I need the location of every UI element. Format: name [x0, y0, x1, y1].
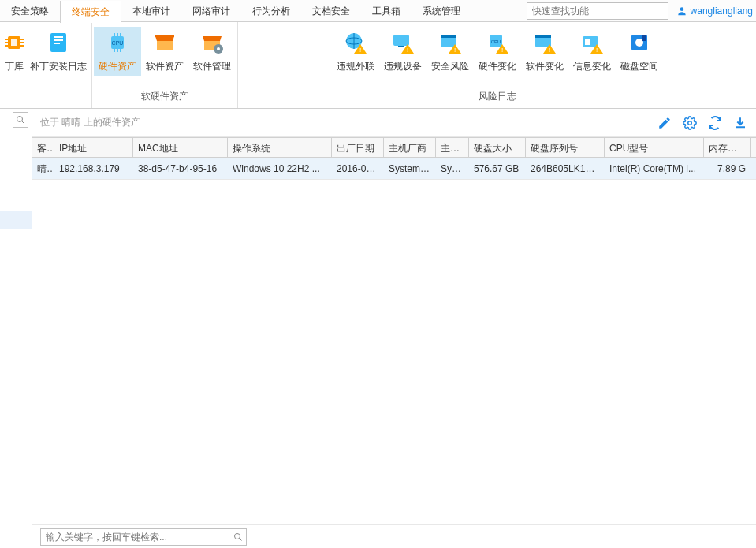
- tab-document-security[interactable]: 文档安全: [301, 0, 361, 22]
- group-caption-assets: 软硬件资产: [141, 87, 188, 108]
- col-cpu[interactable]: CPU型号: [605, 138, 704, 157]
- svg-rect-10: [54, 36, 63, 38]
- col-ip[interactable]: IP地址: [54, 138, 133, 157]
- export-button[interactable]: [732, 115, 748, 131]
- svg-point-0: [680, 7, 683, 11]
- monitor-warning-icon: !: [390, 30, 415, 55]
- ribbon: 丁库 补丁安装日志 CPU 硬件资产 软件资产 软件管理 软硬件资产: [0, 22, 756, 109]
- ribbon-security-risk[interactable]: ! 安全风险: [426, 27, 474, 76]
- ribbon-disk-space[interactable]: 磁盘空间: [616, 27, 663, 76]
- svg-rect-2: [11, 39, 17, 46]
- ribbon-group-patch: 丁库 补丁安装日志: [0, 22, 92, 108]
- col-vendor[interactable]: 主机厂商: [384, 138, 436, 157]
- svg-text:CPU: CPU: [490, 39, 501, 44]
- svg-text:!: !: [453, 47, 455, 54]
- tab-terminal-security[interactable]: 终端安全: [60, 1, 121, 23]
- data-table: 客.. IP地址 MAC地址 操作系统 出厂日期 主机厂商 主机.. 硬盘大小 …: [32, 137, 756, 524]
- ribbon-label: 磁盘空间: [620, 60, 658, 73]
- keyword-search-input[interactable]: [40, 528, 229, 546]
- cell-cpu: Intel(R) Core(TM) i...: [605, 158, 704, 179]
- sidebar-search-button[interactable]: [13, 112, 28, 128]
- col-memory[interactable]: 内存大小: [704, 138, 751, 157]
- tab-security-policy[interactable]: 安全策略: [0, 0, 60, 22]
- refresh-icon: [708, 116, 722, 130]
- svg-rect-11: [54, 39, 63, 41]
- ribbon-label: 硬件变化: [479, 60, 516, 73]
- svg-rect-12: [54, 43, 60, 44]
- table-row[interactable]: 晴.. 192.168.3.179 38-d5-47-b4-95-16 Wind…: [32, 158, 756, 180]
- svg-rect-32: [398, 46, 404, 47]
- sidebar: [0, 109, 32, 548]
- username-label: wangliangliang: [691, 6, 753, 17]
- ribbon-software-assets[interactable]: 软件资产: [141, 27, 188, 76]
- cell-client: 晴..: [32, 158, 54, 179]
- svg-text:!: !: [406, 47, 408, 54]
- ribbon-illegal-device[interactable]: ! 违规设备: [379, 27, 426, 76]
- globe-warning-icon: !: [343, 30, 368, 55]
- ribbon-group-assets: CPU 硬件资产 软件资产 软件管理 软硬件资产: [92, 22, 238, 108]
- ribbon-label: 软件管理: [193, 60, 231, 73]
- ribbon-patch-lib[interactable]: 丁库: [2, 27, 27, 76]
- ribbon-software-change[interactable]: ! 软件变化: [521, 27, 568, 76]
- col-disk-size[interactable]: 硬盘大小: [469, 138, 526, 157]
- window2-warning-icon: !: [532, 30, 557, 55]
- path-bar: 位于 晴晴 上的硬件资产: [32, 109, 756, 137]
- cell-ip: 192.168.3.179: [54, 158, 133, 179]
- col-mac[interactable]: MAC地址: [133, 138, 228, 157]
- keyword-search-button[interactable]: [229, 528, 247, 546]
- top-tabs: 安全策略 终端安全 本地审计 网络审计 行为分析 文档安全 工具箱 系统管理 w…: [0, 0, 756, 22]
- group-caption: [44, 89, 47, 108]
- col-disk-serial[interactable]: 硬盘序列号: [526, 138, 605, 157]
- download-icon: [733, 116, 747, 130]
- col-client[interactable]: 客..: [32, 138, 54, 157]
- svg-point-56: [688, 121, 692, 125]
- svg-point-25: [217, 47, 220, 50]
- tab-toolbox[interactable]: 工具箱: [361, 0, 412, 22]
- col-host[interactable]: 主机..: [436, 138, 469, 157]
- cell-disk-size: 576.67 GB: [469, 158, 526, 179]
- svg-text:!: !: [595, 47, 597, 54]
- search-icon: [233, 532, 243, 542]
- refresh-button[interactable]: [707, 115, 723, 131]
- cpu-icon: CPU: [105, 30, 130, 55]
- settings-button[interactable]: [682, 115, 698, 131]
- svg-text:!: !: [548, 47, 549, 54]
- table-header: 客.. IP地址 MAC地址 操作系统 出厂日期 主机厂商 主机.. 硬盘大小 …: [32, 137, 756, 158]
- ribbon-patch-log[interactable]: 补丁安装日志: [27, 27, 90, 76]
- edit-button[interactable]: [657, 115, 672, 131]
- svg-text:!: !: [359, 47, 360, 54]
- group-caption-risk: 风险日志: [479, 87, 516, 108]
- svg-rect-22: [155, 35, 174, 37]
- user-link[interactable]: wangliangliang: [676, 6, 753, 17]
- ribbon-group-risk: ! 违规外联 ! 违规设备 ! 安全风险 CPU! 硬件变化 ! 软件变化 ! …: [238, 22, 756, 108]
- col-date[interactable]: 出厂日期: [332, 138, 384, 157]
- ribbon-info-change[interactable]: ! 信息变化: [568, 27, 616, 76]
- col-os[interactable]: 操作系统: [228, 138, 332, 157]
- sidebar-selected-item[interactable]: [0, 211, 32, 229]
- ribbon-label: 补丁安装日志: [30, 60, 87, 73]
- disk-icon: [627, 30, 652, 55]
- tab-network-audit[interactable]: 网络审计: [181, 0, 241, 22]
- tab-local-audit[interactable]: 本地审计: [121, 0, 181, 22]
- ribbon-label: 违规外联: [337, 60, 374, 73]
- storefront-icon: [152, 30, 177, 55]
- svg-rect-21: [157, 39, 173, 50]
- ribbon-hardware-assets[interactable]: CPU 硬件资产: [94, 27, 141, 76]
- svg-line-55: [22, 121, 24, 124]
- cell-vendor: System ...: [384, 158, 436, 179]
- user-icon: [676, 6, 687, 17]
- tab-behavior-analysis[interactable]: 行为分析: [241, 0, 301, 22]
- ribbon-hardware-change[interactable]: CPU! 硬件变化: [474, 27, 521, 76]
- svg-rect-36: [441, 35, 456, 38]
- bottom-bar: [32, 524, 756, 548]
- svg-point-52: [635, 39, 643, 47]
- ribbon-illegal-connection[interactable]: ! 违规外联: [332, 27, 379, 76]
- quick-search-input[interactable]: [527, 2, 668, 20]
- tab-system-management[interactable]: 系统管理: [412, 0, 471, 22]
- ribbon-software-manage[interactable]: 软件管理: [188, 27, 236, 76]
- svg-point-57: [234, 533, 240, 539]
- svg-rect-53: [642, 35, 646, 41]
- svg-rect-31: [393, 35, 409, 46]
- ribbon-label: 信息变化: [573, 60, 611, 73]
- svg-point-54: [17, 117, 23, 122]
